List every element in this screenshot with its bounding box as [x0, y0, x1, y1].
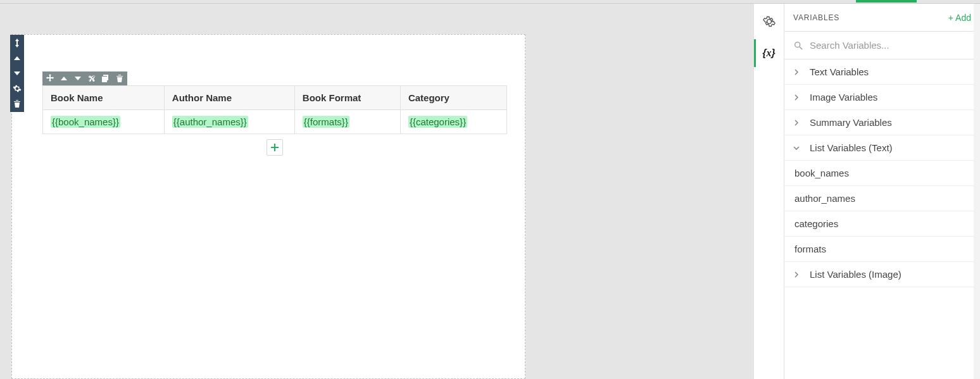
tab-settings[interactable] — [759, 11, 779, 32]
search-input[interactable] — [810, 40, 971, 51]
group-list-variables-image[interactable]: List Variables (Image) — [784, 262, 980, 287]
group-label: Summary Variables — [810, 117, 892, 128]
variable-item[interactable]: categories — [784, 211, 980, 237]
rail-tabstrip: {x} — [754, 4, 784, 379]
block-toolbar — [42, 71, 127, 85]
variable-chip[interactable]: {{formats}} — [303, 116, 349, 128]
group-label: List Variables (Image) — [810, 269, 901, 280]
group-label: Image Variables — [810, 92, 877, 103]
group-text-variables[interactable]: Text Variables — [784, 59, 980, 85]
col-header[interactable]: Book Format — [294, 86, 400, 110]
top-accent-bar — [856, 0, 917, 3]
variable-chip[interactable]: {{author_names}} — [172, 116, 248, 128]
svg-point-0 — [795, 42, 800, 47]
settings-gear-icon[interactable] — [11, 83, 23, 94]
move-down-icon[interactable] — [11, 68, 23, 79]
variable-item[interactable]: book_names — [784, 161, 980, 186]
col-header[interactable]: Category — [400, 86, 506, 110]
group-label: List Variables (Text) — [810, 142, 893, 153]
variable-item[interactable]: author_names — [784, 186, 980, 211]
table-header-row: Book Name Author Name Book Format Catego… — [43, 86, 507, 110]
col-header[interactable]: Author Name — [164, 86, 294, 110]
col-header[interactable]: Book Name — [43, 86, 165, 110]
group-list-variables-text[interactable]: List Variables (Text) — [784, 135, 980, 161]
chevron-right-icon — [793, 94, 802, 101]
delete-trash-icon[interactable] — [11, 98, 23, 109]
group-summary-variables[interactable]: Summary Variables — [784, 110, 980, 135]
data-table[interactable]: Book Name Author Name Book Format Catego… — [42, 85, 507, 134]
variables-panel: VARIABLES + Add Text Variables Image Var… — [784, 4, 980, 379]
tab-variables[interactable]: {x} — [759, 43, 779, 63]
chevron-right-icon — [793, 69, 802, 75]
chevron-right-icon — [793, 120, 802, 126]
variables-tree: Text Variables Image Variables Summary V… — [784, 59, 980, 379]
height-handle-icon[interactable] — [11, 37, 23, 49]
move-handle-icon[interactable] — [45, 73, 55, 84]
chevron-right-icon — [793, 271, 802, 278]
block-move-up-icon[interactable] — [59, 73, 69, 84]
panel-title: VARIABLES — [793, 13, 839, 22]
panel-header: VARIABLES + Add — [784, 4, 980, 32]
add-variable-link[interactable]: + Add — [948, 13, 971, 23]
table-row[interactable]: {{book_names}} {{author_names}} {{format… — [43, 110, 507, 134]
chevron-down-icon — [793, 145, 802, 151]
group-label: Text Variables — [810, 66, 869, 77]
page-vertical-toolbar — [10, 35, 24, 112]
search-icon — [793, 40, 803, 51]
move-up-icon[interactable] — [11, 53, 23, 64]
document-page[interactable]: Book Name Author Name Book Format Catego… — [11, 34, 525, 379]
right-sidebar: {x} VARIABLES + Add Text Variables Image… — [753, 4, 980, 379]
variable-chip[interactable]: {{book_names}} — [51, 116, 120, 128]
block-move-down-icon[interactable] — [73, 73, 83, 84]
table-block[interactable]: Book Name Author Name Book Format Catego… — [42, 85, 507, 134]
add-block-button[interactable] — [267, 139, 283, 156]
scrollbar[interactable] — [974, 4, 980, 379]
cut-scissors-icon[interactable] — [87, 73, 97, 84]
search-row — [784, 32, 980, 59]
variable-chip[interactable]: {{categories}} — [408, 116, 467, 128]
group-image-variables[interactable]: Image Variables — [784, 85, 980, 110]
variable-item[interactable]: formats — [784, 237, 980, 262]
duplicate-copy-icon[interactable] — [101, 73, 111, 84]
block-delete-trash-icon[interactable] — [115, 73, 125, 84]
editor-canvas: Book Name Author Name Book Format Catego… — [0, 4, 753, 379]
svg-line-1 — [800, 47, 802, 49]
